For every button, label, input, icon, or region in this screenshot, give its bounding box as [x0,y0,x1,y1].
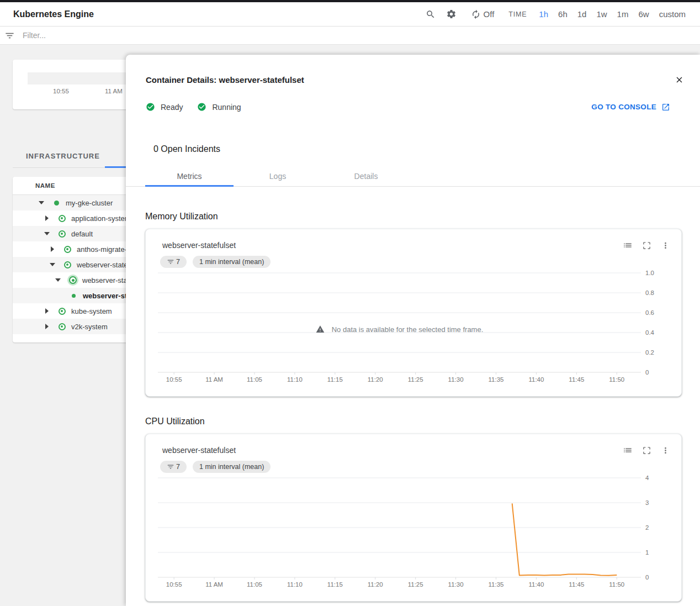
time-range-1w[interactable]: 1w [596,9,607,19]
svg-text:11:35: 11:35 [489,376,504,383]
go-to-console-label: GO TO CONSOLE [591,103,656,111]
svg-text:11:25: 11:25 [408,581,423,588]
go-to-console-link[interactable]: GO TO CONSOLE [591,103,670,112]
collapse-arrow-icon[interactable] [39,201,44,204]
collapse-arrow-icon[interactable] [50,263,55,266]
svg-text:11:05: 11:05 [247,376,262,383]
status-badges: ReadyRunning [146,102,256,112]
top-strip [0,0,700,2]
check-circle-icon [197,102,206,112]
tab-metrics[interactable]: Metrics [145,166,234,186]
expand-arrow-icon[interactable] [45,324,49,329]
fullscreen-icon [642,446,651,455]
time-range-1m[interactable]: 1m [617,9,629,19]
time-label: TIME [508,10,527,18]
tree-item-label: v2k-system [71,323,108,331]
svg-text:11:35: 11:35 [489,581,504,588]
health-dot-icon [59,308,66,315]
settings-button[interactable] [446,8,458,20]
mini-tick: 11 AM [105,88,123,94]
time-range-custom[interactable]: custom [659,9,686,19]
collapse-arrow-icon[interactable] [55,278,61,282]
filter-input[interactable] [23,31,354,40]
series-line-webserver-statefulset [512,503,617,576]
no-data-message: No data is available for the selected ti… [158,323,641,335]
svg-text:11 AM: 11 AM [205,581,223,588]
svg-text:11:45: 11:45 [569,376,584,383]
expand-arrow-icon[interactable] [45,308,49,314]
svg-text:11 AM: 11 AM [205,376,223,383]
app-bar: Kubernetes Engine Off TIME 1h6h1d1w1m6wc… [0,2,700,27]
warning-icon [316,325,325,334]
search-icon [426,9,436,19]
more-options-button[interactable] [659,239,671,251]
panel-title: Container Details: webserver-statefulset [146,75,304,85]
tab-infrastructure[interactable]: INFRASTRUCTURE [26,152,100,160]
app-actions: Off TIME 1h6h1d1w1m6wcustom [425,8,700,20]
svg-text:0.6: 0.6 [645,309,654,316]
x-axis-ticks: 10:5511 AM11:0511:1011:1511:2011:2511:30… [166,372,624,383]
memory-chart-card: webserver-statefulset 7 [145,229,682,397]
status-label: Running [212,103,241,112]
close-icon [675,75,684,85]
x-axis-ticks: 10:5511 AM11:0511:1011:1511:2011:2511:30… [166,577,624,588]
legend-list-button[interactable] [622,444,634,456]
fullscreen-button[interactable] [640,239,653,251]
mini-tick: 10:55 [53,88,69,94]
search-button[interactable] [425,8,437,20]
expand-arrow-icon[interactable] [45,215,49,221]
mini-timeline-card[interactable]: 10:55 11 AM [13,60,145,109]
legend-list-button[interactable] [622,239,634,251]
svg-text:11:15: 11:15 [327,376,343,383]
tree-item-label: default [71,230,93,238]
legend-list-icon [623,445,633,455]
time-range-6h[interactable]: 6h [558,9,568,19]
health-dot-icon [69,276,77,284]
more-vert-icon [661,446,670,455]
svg-text:10:55: 10:55 [166,376,182,383]
svg-text:11:50: 11:50 [609,581,624,588]
filter-bar [0,27,700,45]
svg-text:11:50: 11:50 [609,376,624,383]
cpu-chart-plot[interactable]: 0123410:5511 AM11:0511:1011:1511:2011:25… [146,467,682,600]
tree-item-label: my-gke-cluster [66,199,113,207]
app-title: Kubernetes Engine [13,9,94,19]
svg-text:0.4: 0.4 [645,329,655,336]
health-dot-icon [64,261,71,268]
y-axis-labels: 01234 [645,475,649,581]
status-label: Ready [161,103,183,112]
time-range-1h[interactable]: 1h [539,9,548,19]
svg-text:11:10: 11:10 [287,581,303,588]
svg-text:11:20: 11:20 [368,581,383,588]
time-range-6w[interactable]: 6w [638,9,649,19]
svg-text:11:40: 11:40 [528,376,544,383]
status-badge: Running [197,102,241,112]
sidebar: 10:55 11 AM INFRASTRUCTURE NAME my-gke-c… [0,45,126,606]
svg-text:11:15: 11:15 [327,581,343,588]
tab-logs[interactable]: Logs [234,166,322,186]
auto-refresh-control[interactable]: Off [471,9,495,19]
time-range-1d[interactable]: 1d [577,9,587,19]
status-badge: Ready [146,102,183,112]
refresh-icon [471,9,481,19]
fullscreen-button[interactable] [640,444,653,456]
svg-text:11:30: 11:30 [448,581,464,588]
cpu-section-title: CPU Utilization [145,417,682,426]
open-incidents-count: 0 Open Incidents [153,144,220,154]
health-dot-icon [64,246,71,253]
tab-details[interactable]: Details [322,166,410,186]
time-range-selector: 1h6h1d1w1m6wcustom [539,9,686,19]
close-button[interactable] [672,73,686,86]
more-options-button[interactable] [659,444,671,456]
y-axis-labels: 00.20.40.60.81.0 [645,270,655,376]
legend-list-icon [623,240,633,250]
svg-text:1.0: 1.0 [645,270,654,276]
health-dot-icon [59,230,66,238]
health-dot-icon [54,201,59,205]
memory-section-title: Memory Utilization [145,212,682,222]
collapse-arrow-icon[interactable] [44,232,50,235]
check-circle-icon [146,102,155,112]
gear-icon [446,9,457,19]
expand-arrow-icon[interactable] [51,246,54,252]
health-dot-icon [59,215,66,222]
